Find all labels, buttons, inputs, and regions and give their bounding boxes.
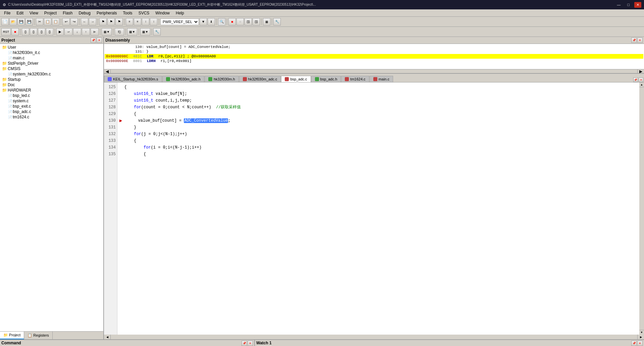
disasm-scroll-left[interactable]: ◀ [104, 69, 111, 73]
tb-target-opts[interactable]: ▼ [200, 18, 207, 25]
tb-redo[interactable]: ↪ [70, 18, 78, 25]
tree-item-tm1624-c[interactable]: 📄tm1624.c [1, 114, 103, 120]
tb2-b3[interactable]: {} [38, 28, 45, 36]
code-tab-bsp-adc-c[interactable]: bsp_adc.c [281, 76, 311, 82]
tb-align1[interactable]: ≡ [126, 18, 133, 25]
tb2-combo1[interactable]: ▦▼ [127, 28, 137, 36]
code-tab-tm1624-c[interactable]: tm1624.c [341, 76, 369, 82]
tb-monitor[interactable]: ▦ [263, 18, 270, 25]
tb2-step-into[interactable]: ↓ [73, 28, 81, 36]
code-tab-hk32f030m-h[interactable]: hk32f030m.h [205, 76, 239, 82]
target-combo[interactable]: PWR_VREF_SEL [160, 18, 199, 25]
command-close[interactable]: ✕ [248, 341, 253, 346]
code-tab-main-c[interactable]: main.c [370, 76, 393, 82]
tree-item-startup[interactable]: 📁Startup [1, 77, 103, 82]
maximize-button[interactable]: □ [625, 2, 632, 8]
tb-key1[interactable]: ⚿ [245, 18, 252, 25]
tb-paste[interactable]: 📋 [52, 18, 59, 25]
tb2-b4[interactable]: {} [46, 28, 53, 36]
code-scroll-down[interactable]: ▼ [639, 330, 644, 335]
tb2-b2[interactable]: {} [30, 28, 37, 36]
menu-help[interactable]: Help [173, 10, 187, 16]
tb-cut[interactable]: ✂ [36, 18, 43, 25]
tb-nav-fwd[interactable]: → [89, 18, 96, 25]
tb-save[interactable]: 💾 [17, 18, 25, 25]
tb-align3[interactable]: ⫶ [142, 18, 149, 25]
menu-flash[interactable]: Flash [60, 10, 75, 16]
tree-item-bsp-exit-c[interactable]: 📄bsp_exit.c [1, 104, 103, 109]
close-button[interactable]: ✕ [634, 2, 641, 8]
minimize-button[interactable]: — [615, 2, 623, 8]
tree-item-user[interactable]: 📁User [1, 45, 103, 50]
watch-pin[interactable]: 📌 [631, 341, 637, 346]
tb-circle[interactable]: ○ [236, 18, 244, 25]
tb2-step-over[interactable]: ⤻ [64, 28, 72, 36]
tb-open[interactable]: 📂 [9, 18, 17, 25]
tb-build2[interactable]: ⚑ [107, 18, 115, 25]
tabs-pin[interactable]: 📌 [633, 77, 638, 82]
disassembly-content[interactable]: 130: value_buf[count] = ADC_ConvertedVal… [104, 44, 644, 69]
tb2-view-combo[interactable]: ▦▼ [102, 28, 112, 36]
editor-hscroll[interactable]: ◀ ▶ [104, 335, 644, 339]
code-tab-keil-startup-hk32f030m-s[interactable]: KEIL_Startup_hk32f030m.s [104, 76, 162, 82]
tb2-combo2[interactable]: ▦▼ [140, 28, 150, 36]
tb2-b1[interactable]: {} [22, 28, 29, 36]
menu-peripherals[interactable]: Peripherals [94, 10, 120, 16]
disasm-pin[interactable]: 📌 [631, 38, 637, 43]
tree-item-cmsis[interactable]: 📁CMSIS [1, 66, 103, 71]
code-tab-hk32f030m-adc-c[interactable]: hk32f030m_adc.c [239, 76, 281, 82]
tb-build3[interactable]: ⚑ [115, 18, 123, 25]
tb-align4[interactable]: ⫶ [150, 18, 157, 25]
tb2-func1[interactable]: f() [115, 28, 124, 36]
tb2-run-to[interactable]: ⊳ [91, 28, 99, 36]
tb-copy[interactable]: 📋 [44, 18, 51, 25]
menu-tools[interactable]: Tools [120, 10, 135, 16]
command-pin[interactable]: 📌 [241, 341, 247, 346]
watch-close[interactable]: ✕ [637, 341, 643, 346]
tb-new[interactable]: 📄 [1, 18, 9, 25]
tb-align2[interactable]: ≡ [134, 18, 141, 25]
menu-edit[interactable]: Edit [14, 10, 26, 16]
tb-stop[interactable]: ■ [228, 18, 236, 25]
tab-registers[interactable]: 📋 Registers [24, 332, 53, 339]
code-tab-bsp-adc-h[interactable]: bsp_adc.h [311, 76, 341, 82]
tb-wrench[interactable]: 🔧 [273, 18, 281, 25]
menu-svcs[interactable]: SVCS [136, 10, 152, 16]
tb-save2[interactable]: 💾 [25, 18, 33, 25]
tb2-run[interactable]: ▶ [56, 28, 64, 36]
code-scroll-up[interactable]: ▲ [639, 82, 644, 87]
tree-item-bsp-adc-c[interactable]: 📄bsp_adc.c [1, 109, 103, 114]
tb-nav-back[interactable]: ← [81, 18, 88, 25]
tree-item-hk32f030m-it-c[interactable]: 📄hk32f030m_it.c [1, 50, 103, 55]
menu-view[interactable]: View [27, 10, 41, 16]
disasm-scroll-right[interactable]: ▶ [637, 69, 644, 73]
tb2-stop2[interactable]: ■ [11, 28, 19, 36]
tree-item-system-c[interactable]: 📄system.c [1, 98, 103, 104]
tb-key2[interactable]: ⚿ [253, 18, 260, 25]
menu-debug[interactable]: Debug [76, 10, 93, 16]
project-pin[interactable]: 📌 [91, 38, 96, 43]
tb-build1[interactable]: ⚑ [99, 18, 107, 25]
tree-item-main-c[interactable]: 📄main.c [1, 55, 103, 61]
tb2-wrench2[interactable]: 🔧 [153, 28, 161, 36]
disasm-hscroll[interactable]: ◀ ▶ [104, 69, 644, 73]
disasm-close[interactable]: ✕ [637, 38, 643, 43]
menu-file[interactable]: File [1, 10, 13, 16]
tab-project[interactable]: 📁 Project [0, 332, 24, 339]
tb-download[interactable]: ⬇ [208, 18, 215, 25]
tb-undo[interactable]: ↩ [62, 18, 70, 25]
tree-item-stdperiph-driver[interactable]: 📁StdPeriph_Driver [1, 61, 103, 66]
code-tab-hk32f030m-adc-h[interactable]: hk32f030m_adc.h [162, 76, 204, 82]
editor-scroll-left[interactable]: ◀ [104, 335, 111, 339]
menu-window[interactable]: Window [153, 10, 172, 16]
tb-debug-search[interactable]: 🔍 [218, 18, 225, 25]
code-vscroll[interactable]: ▲ ▼ [639, 82, 644, 335]
code-content[interactable]: { uint16_t value_buf[N]; uint16_t count,… [117, 82, 639, 335]
tree-item-doc[interactable]: 📁Doc [1, 82, 103, 88]
menu-project[interactable]: Project [42, 10, 59, 16]
project-close[interactable]: ✕ [97, 38, 102, 43]
tree-item-system-hk32f030m-c[interactable]: 📄system_hk32f030m.c [1, 71, 103, 77]
tabs-close[interactable]: ✕ [639, 77, 643, 82]
tree-item-hardwaer[interactable]: 📁HARDWAER [1, 88, 103, 93]
tb2-step-out[interactable]: ↑ [82, 28, 90, 36]
